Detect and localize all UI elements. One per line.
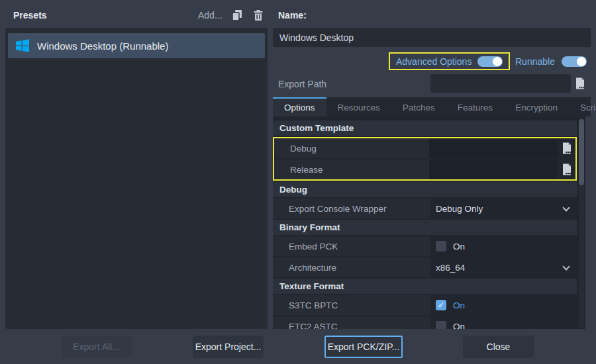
toggle-knob (577, 57, 586, 66)
embed-pck-checkbox[interactable] (436, 241, 446, 251)
option-label: Export Console Wrapper (273, 199, 430, 218)
option-label: ETC2 ASTC (273, 316, 430, 329)
tab-features[interactable]: Features (446, 97, 504, 116)
export-path-browse-button[interactable] (573, 77, 587, 90)
option-value-cell (429, 159, 575, 179)
export-pck-zip-button[interactable]: Export PCK/ZIP... (324, 336, 403, 358)
option-label: Debug (274, 138, 429, 158)
close-button[interactable]: Close (463, 336, 534, 358)
option-row-export-console-wrapper: Export Console Wrapper Debug Only (273, 199, 577, 218)
options-rows: Custom Template Debug (273, 120, 577, 329)
delete-preset-button[interactable] (252, 9, 265, 22)
preset-item-windows-desktop[interactable]: Windows Desktop (Runnable) (8, 33, 265, 58)
chevron-down-icon (562, 263, 570, 270)
scrollbar-thumb[interactable] (579, 119, 584, 185)
toggle-knob (493, 57, 502, 66)
s3tc-bptc-checkbox[interactable]: ✓ (436, 300, 446, 310)
section-header-texture-format: Texture Format (273, 279, 577, 294)
duplicate-preset-button[interactable] (230, 9, 244, 22)
preset-list: Windows Desktop (Runnable) (5, 28, 268, 329)
option-row-release-template: Release (274, 159, 575, 179)
tab-patches[interactable]: Patches (391, 97, 446, 116)
trash-icon (252, 9, 265, 22)
option-value-cell: On (430, 236, 577, 256)
file-icon (573, 77, 587, 90)
section-header-debug: Debug (273, 182, 577, 197)
option-label: Embed PCK (273, 236, 430, 256)
tab-options[interactable]: Options (273, 97, 326, 116)
architecture-dropdown[interactable]: x86_64 (430, 257, 577, 277)
custom-template-highlight: Debug (273, 137, 577, 181)
option-label: S3TC BPTC (273, 295, 430, 315)
option-row-embed-pck: Embed PCK On (273, 236, 577, 256)
preset-item-label: Windows Desktop (Runnable) (37, 40, 168, 52)
section-header-custom-template: Custom Template (273, 120, 577, 136)
advanced-options-highlight: Advanced Options (389, 52, 510, 70)
name-input[interactable]: Windows Desktop (273, 28, 591, 47)
runnable-wrap: Runnable (515, 52, 587, 70)
advanced-options-label: Advanced Options (396, 56, 472, 67)
file-icon[interactable] (560, 142, 573, 155)
export-all-button[interactable]: Export All... (61, 336, 132, 358)
windows-logo-icon (15, 38, 30, 54)
runnable-label: Runnable (515, 56, 555, 67)
checkbox-label: On (453, 242, 465, 251)
release-template-input[interactable] (429, 159, 557, 179)
tab-encryption[interactable]: Encryption (504, 97, 569, 116)
checkbox-label: On (453, 322, 465, 330)
option-label: Release (274, 159, 429, 179)
tab-resources[interactable]: Resources (326, 97, 392, 116)
dropdown-value: Debug Only (436, 204, 483, 214)
checkbox-label: On (453, 300, 465, 310)
option-value-cell: ✓ On (430, 295, 577, 315)
etc2-astc-checkbox[interactable] (436, 321, 446, 329)
option-row-architecture: Architecture x86_64 (273, 257, 577, 277)
presets-title: Presets (13, 10, 47, 21)
export-path-label: Export Path (278, 79, 326, 89)
export-console-wrapper-dropdown[interactable]: Debug Only (430, 199, 577, 218)
option-label: Architecture (273, 257, 430, 277)
debug-template-input[interactable] (429, 138, 557, 158)
advanced-options-toggle[interactable] (477, 56, 503, 67)
file-icon[interactable] (560, 163, 573, 176)
name-label: Name: (278, 10, 307, 21)
dropdown-value: x86_64 (436, 263, 465, 273)
option-value-cell: On (430, 316, 577, 329)
export-project-button[interactable]: Export Project... (193, 336, 264, 358)
option-row-debug-template: Debug (274, 138, 575, 158)
export-path-input[interactable] (430, 74, 571, 93)
tab-scripts[interactable]: Scripts (569, 97, 596, 116)
tab-bar: Options Resources Patches Features Encry… (273, 97, 591, 116)
duplicate-icon (230, 9, 244, 22)
option-value-cell (429, 138, 575, 158)
section-header-binary-format: Binary Format (273, 220, 577, 235)
export-dialog: Presets Add... (0, 0, 596, 364)
add-preset-button[interactable]: Add... (198, 10, 223, 21)
options-panel: Custom Template Debug (273, 116, 585, 329)
chevron-down-icon (562, 204, 570, 211)
runnable-toggle[interactable] (562, 56, 587, 67)
option-row-etc2-astc: ETC2 ASTC On (273, 316, 577, 329)
options-scrollbar[interactable] (579, 118, 584, 328)
option-row-s3tc-bptc: S3TC BPTC ✓ On (273, 295, 577, 315)
